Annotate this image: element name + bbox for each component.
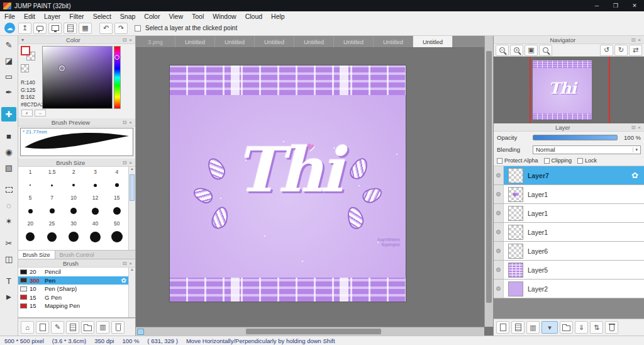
document-tab[interactable]: 3.png xyxy=(136,36,175,47)
brush-item-g-pen[interactable]: 15 G Pen xyxy=(18,293,128,302)
menu-color[interactable]: Color xyxy=(140,13,164,20)
fit-window-button[interactable]: ▣ xyxy=(525,45,538,56)
layer-visibility-toggle[interactable] xyxy=(494,242,504,260)
tab-brush-control[interactable]: Brush Control xyxy=(55,251,99,259)
actual-size-button[interactable] xyxy=(539,45,552,56)
brush-size-option[interactable]: 2 xyxy=(63,168,84,176)
rotate-ccw-button[interactable]: ↺ xyxy=(600,45,613,56)
rotate-cw-button[interactable]: ↻ xyxy=(614,45,628,56)
layer-row-layer1b[interactable]: Layer1 xyxy=(494,204,644,223)
brush-size-dot[interactable] xyxy=(63,176,84,194)
layer-row-layer7[interactable]: Layer7 ✿ xyxy=(494,166,644,185)
undo-button[interactable]: ↶ xyxy=(99,23,113,34)
merge-down-button[interactable]: ⇓ xyxy=(575,321,588,334)
panel-menu-icon[interactable]: ▾ xyxy=(20,37,25,43)
select-layer-checkbox[interactable] xyxy=(135,25,141,31)
brush-size-option[interactable]: 4 xyxy=(106,168,128,176)
document-tab[interactable]: Untitled xyxy=(215,36,255,47)
add-layer-button[interactable] xyxy=(511,321,525,334)
text-tool[interactable]: T xyxy=(1,274,16,288)
open-folder-button[interactable] xyxy=(81,321,94,334)
vertical-scroll-thumb[interactable] xyxy=(486,51,492,303)
menu-view[interactable]: View xyxy=(164,13,187,20)
brush-tool[interactable]: ✎ xyxy=(1,38,16,52)
new-canvas-button[interactable] xyxy=(36,321,49,334)
brush-size-option[interactable]: 10 xyxy=(63,194,84,202)
tab-brush-size[interactable]: Brush Size xyxy=(18,251,55,259)
new-layer-button[interactable] xyxy=(496,321,509,334)
layer-visibility-toggle[interactable] xyxy=(494,223,504,241)
lock-checkbox[interactable] xyxy=(577,158,583,164)
brush-size-dot[interactable] xyxy=(41,228,62,246)
hue-slider[interactable] xyxy=(114,46,121,109)
document-tab[interactable]: Untitled xyxy=(294,36,334,47)
float-panel-icon[interactable]: ⊡ xyxy=(121,37,128,43)
menu-edit[interactable]: Edit xyxy=(19,13,40,20)
select-pen-tool[interactable]: ✂ xyxy=(1,236,16,251)
export-button[interactable]: ↥ xyxy=(18,23,31,34)
lasso-tool[interactable]: ◌ xyxy=(1,198,16,213)
layer-row-layer5[interactable]: Layer5 xyxy=(494,261,644,280)
brush-size-dot[interactable] xyxy=(41,202,62,220)
brush-size-dot[interactable] xyxy=(41,176,62,194)
bucket-tool[interactable]: ◉ xyxy=(1,145,16,159)
brush-size-option[interactable]: 20 xyxy=(19,220,41,228)
compact-toggle-button[interactable]: – xyxy=(35,110,46,116)
layer-visibility-toggle[interactable] xyxy=(494,166,504,184)
shape-fill-tool[interactable]: ■ xyxy=(1,129,16,144)
layer-visibility-toggle[interactable] xyxy=(494,280,504,298)
gradient-tool[interactable]: ▧ xyxy=(1,161,16,175)
magic-wand-tool[interactable]: ✶ xyxy=(1,214,16,229)
move-layer-button[interactable]: ⇅ xyxy=(590,321,603,334)
scroll-corner-button[interactable] xyxy=(137,329,144,335)
brush-size-dot[interactable] xyxy=(84,202,106,220)
delete-layer-button[interactable] xyxy=(605,321,618,334)
brush-item-pencil[interactable]: 20 Pencil xyxy=(18,268,128,276)
close-panel-icon[interactable]: × xyxy=(636,37,642,43)
maximize-button[interactable]: ❐ xyxy=(606,0,625,11)
brush-size-option[interactable]: 25 xyxy=(41,220,62,228)
opacity-slider[interactable] xyxy=(533,135,618,140)
minimize-button[interactable]: ─ xyxy=(587,0,606,11)
float-panel-icon[interactable]: ⊡ xyxy=(630,125,637,130)
brush-list-scrollbar[interactable]: ▲ xyxy=(128,268,135,317)
eraser-tool[interactable]: ◪ xyxy=(1,54,16,68)
brush-size-option[interactable]: 15 xyxy=(106,194,128,202)
select-rect-tool[interactable] xyxy=(1,183,16,197)
page-list-button[interactable] xyxy=(64,23,77,34)
float-panel-icon[interactable]: ⊡ xyxy=(121,120,128,125)
menu-snap[interactable]: Snap xyxy=(116,13,140,20)
palette-toggle-button[interactable]: ◐ xyxy=(21,110,33,116)
close-panel-icon[interactable]: × xyxy=(128,261,133,266)
menu-cloud[interactable]: Cloud xyxy=(241,13,267,20)
delete-button[interactable] xyxy=(111,321,125,334)
horizontal-scroll-thumb[interactable] xyxy=(246,329,381,334)
pen-tool[interactable]: ✒ xyxy=(1,85,16,99)
brush-size-option[interactable]: 5 xyxy=(19,194,41,202)
picker-cursor[interactable] xyxy=(59,65,65,71)
brush-size-option[interactable]: 1 xyxy=(19,168,41,176)
layer-row-layer6[interactable]: Layer6 xyxy=(494,242,644,261)
brush-item-mapping-pen[interactable]: 15 Mapping Pen xyxy=(18,302,128,310)
flip-horizontal-button[interactable]: ⇄ xyxy=(629,45,642,56)
close-panel-icon[interactable]: × xyxy=(128,37,133,43)
cloud-sync-button[interactable]: ☁ xyxy=(3,23,16,34)
layer-menu-button[interactable]: ▾ xyxy=(541,321,558,334)
brush-settings-icon[interactable]: ✿ xyxy=(121,277,126,284)
brush-size-option[interactable]: 3 xyxy=(84,168,106,176)
vertical-scrollbar[interactable] xyxy=(484,36,493,327)
layer-row-layer2[interactable]: Layer2 xyxy=(494,280,644,298)
float-panel-icon[interactable]: ⊡ xyxy=(121,261,128,266)
brush-size-option[interactable]: 30 xyxy=(63,220,84,228)
document-tab[interactable]: Untitled xyxy=(334,36,374,47)
transparent-color-swatch[interactable] xyxy=(21,64,29,72)
brush-item-pen[interactable]: 300 Pen ✿ xyxy=(18,276,128,285)
menu-help[interactable]: Help xyxy=(267,13,289,20)
navigator-view[interactable]: Thi xyxy=(494,57,644,123)
move-tool[interactable]: ✚ xyxy=(1,107,16,122)
duplicate-layer-button[interactable]: ▥ xyxy=(526,321,540,334)
brush-size-option[interactable]: 40 xyxy=(84,220,106,228)
float-panel-icon[interactable]: ⊡ xyxy=(630,37,637,43)
home-button[interactable]: ⌂ xyxy=(21,321,34,334)
edit-canvas-button[interactable]: ✎ xyxy=(51,321,64,334)
